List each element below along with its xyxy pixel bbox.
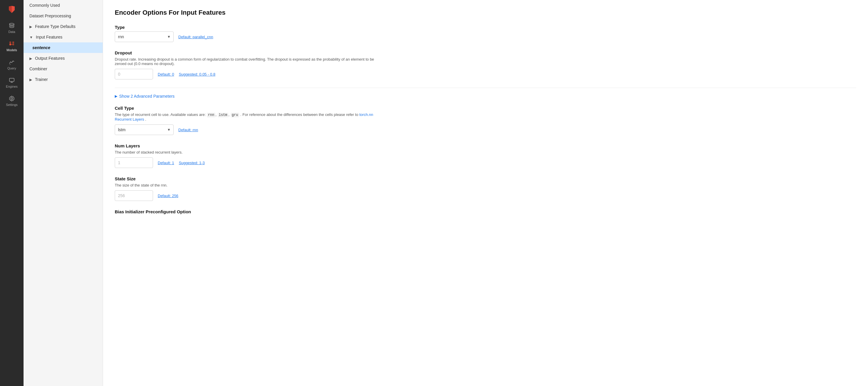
dropout-field-section: Dropout Dropout rate. Increasing dropout… — [115, 50, 856, 79]
num-layers-default-hint[interactable]: Default: 1 — [158, 161, 174, 165]
svg-text:>_: >_ — [9, 63, 12, 65]
state-size-field-row: Default: 256 — [115, 190, 856, 201]
num-layers-field-row: Default: 1 Suggested: 1-3 — [115, 157, 856, 168]
dropout-field-label: Dropout — [115, 50, 856, 55]
num-layers-field-description: The number of stacked recurrent layers. — [115, 150, 379, 155]
dropout-suggested-hint[interactable]: Suggested: 0.05 - 0.8 — [179, 72, 215, 76]
svg-rect-10 — [9, 78, 14, 82]
svg-point-1 — [9, 23, 14, 25]
svg-rect-5 — [12, 43, 14, 45]
type-select[interactable]: rnn parallel_cnn stacked_cnn transformer… — [115, 31, 174, 42]
cell-type-field-description: The type of recurrent cell to use. Avail… — [115, 112, 379, 122]
cell-type-default-hint[interactable]: Default: rnn — [178, 128, 198, 132]
num-layers-field-label: Num Layers — [115, 143, 856, 148]
dropout-input[interactable] — [115, 69, 153, 79]
app-logo[interactable] — [5, 3, 18, 16]
cell-type-gru-code: gru — [231, 113, 240, 118]
sidebar-item-feature-type-defaults[interactable]: ▶ Feature Type Defaults — [24, 21, 103, 32]
cell-type-field-row: lstm rnn gru ▼ Default: rnn — [115, 124, 856, 135]
chevron-right-icon: ▶ — [29, 25, 32, 29]
chevron-right-icon-3: ▶ — [29, 78, 32, 82]
type-field-row: rnn parallel_cnn stacked_cnn transformer… — [115, 31, 856, 42]
divider-1 — [115, 88, 856, 88]
page-title: Encoder Options For Input Features — [115, 9, 856, 17]
num-layers-input[interactable] — [115, 157, 153, 168]
type-field-section: Type rnn parallel_cnn stacked_cnn transf… — [115, 25, 856, 42]
sidebar-item-sentence[interactable]: sentence — [24, 42, 103, 53]
nav-item-query[interactable]: >_ Query — [0, 55, 24, 73]
num-layers-suggested-hint[interactable]: Suggested: 1-3 — [179, 161, 205, 165]
chevron-right-icon-2: ▶ — [29, 57, 32, 61]
sidebar: Commonly Used Dataset Preprocessing ▶ Fe… — [24, 0, 103, 386]
dropout-default-hint[interactable]: Default: 0 — [158, 72, 174, 76]
cell-type-field-label: Cell Type — [115, 106, 856, 110]
dropout-field-row: Default: 0 Suggested: 0.05 - 0.8 — [115, 69, 856, 79]
nav-item-settings[interactable]: Settings — [0, 92, 24, 110]
advanced-chevron-icon: ▶ — [115, 94, 117, 98]
cell-type-values-code: rnn — [207, 113, 216, 118]
sidebar-item-output-features[interactable]: ▶ Output Features — [24, 53, 103, 64]
state-size-default-hint[interactable]: Default: 256 — [158, 194, 178, 198]
svg-rect-4 — [12, 41, 14, 43]
bias-initializer-field-label: Bias Initializer Preconfigured Option — [115, 209, 856, 214]
advanced-toggle[interactable]: ▶ Show 2 Advanced Parameters — [115, 94, 856, 99]
cell-type-desc-prefix: The type of recurrent cell to use. Avail… — [115, 112, 207, 117]
state-size-input[interactable] — [115, 190, 153, 201]
nav-item-models[interactable]: Models — [0, 37, 24, 55]
state-size-field-description: The size of the state of the rnn. — [115, 183, 379, 187]
num-layers-field-section: Num Layers The number of stacked recurre… — [115, 143, 856, 168]
cell-type-desc-end: . — [145, 117, 146, 122]
sidebar-item-commonly-used[interactable]: Commonly Used — [24, 0, 103, 10]
cell-type-select[interactable]: lstm rnn gru — [115, 124, 174, 135]
cell-type-field-section: Cell Type The type of recurrent cell to … — [115, 106, 856, 135]
nav-item-data[interactable]: Data — [0, 19, 24, 37]
dropout-field-description: Dropout rate. Increasing dropout is a co… — [115, 57, 379, 66]
nav-item-engines[interactable]: Engines — [0, 73, 24, 92]
type-select-wrapper: rnn parallel_cnn stacked_cnn transformer… — [115, 31, 174, 42]
svg-rect-3 — [9, 41, 11, 43]
state-size-field-label: State Size — [115, 176, 856, 181]
cell-type-desc-suffix: . For reference about the differences be… — [240, 112, 359, 117]
icon-nav: Data Models >_ Query Engines — [0, 0, 24, 386]
chevron-down-icon: ▼ — [29, 35, 33, 39]
cell-type-lstm-code: lstm — [218, 113, 228, 118]
svg-point-13 — [11, 98, 13, 99]
sidebar-item-dataset-preprocessing[interactable]: Dataset Preprocessing — [24, 10, 103, 21]
svg-rect-2 — [9, 43, 11, 45]
type-field-label: Type — [115, 25, 856, 30]
bias-initializer-field-section: Bias Initializer Preconfigured Option — [115, 209, 856, 214]
sidebar-item-combiner[interactable]: Combiner — [24, 64, 103, 74]
type-default-hint[interactable]: Default: parallel_cnn — [178, 35, 213, 39]
sidebar-item-trainer[interactable]: ▶ Trainer — [24, 74, 103, 85]
state-size-field-section: State Size The size of the state of the … — [115, 176, 856, 201]
sidebar-item-input-features[interactable]: ▼ Input Features — [24, 32, 103, 42]
main-panel: Encoder Options For Input Features Type … — [103, 0, 868, 386]
cell-type-select-wrapper: lstm rnn gru ▼ — [115, 124, 174, 135]
